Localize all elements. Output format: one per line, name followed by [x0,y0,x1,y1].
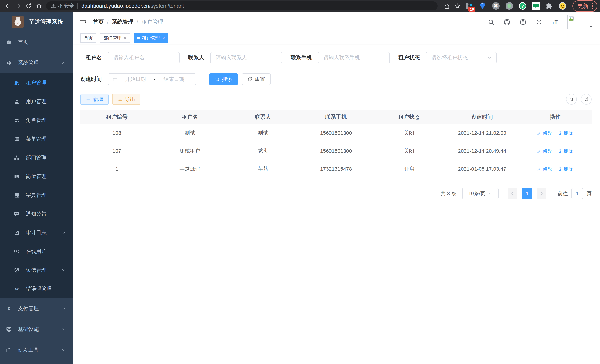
sidebar-item-home[interactable]: 首页 [0,32,73,53]
browser-profile-avatar[interactable] [558,2,567,10]
filter-row-2: 创建时间 开始日期 - 结束日期 搜索 重置 [80,74,592,85]
update-label: 更新 [577,2,589,10]
sidebar-item-infra[interactable]: 基础设施 [0,319,73,340]
extension-green-dot-icon[interactable] [505,2,514,10]
sidebar-item-tenant[interactable]: 租户管理 [0,73,73,92]
tab-label: 部门管理 [103,35,121,41]
sidebar-item-label: 角色管理 [26,117,47,124]
date-range-picker[interactable]: 开始日期 - 结束日期 [108,74,196,85]
sidebar-item-label: 支付管理 [18,305,39,312]
download-icon [117,97,123,102]
edit-link[interactable]: 修改 [537,130,552,136]
status-select[interactable]: 请选择租户状态 [426,52,497,64]
sidebar-item-error-code[interactable]: </>错误码管理 [0,280,73,298]
col-status: 租户状态 [373,113,446,121]
sidebar-item-user[interactable]: 用户管理 [0,92,73,111]
menu-tree-icon [14,136,19,142]
chevron-down-icon [61,327,66,332]
sidebar-item-menu[interactable]: 菜单管理 [0,130,73,148]
page-number-1[interactable]: 1 [522,188,533,199]
browser-back-icon[interactable] [3,1,13,11]
browser-update-button[interactable]: 更新 [572,0,597,12]
help-icon[interactable] [519,19,526,26]
extension-badge: 10 [469,7,475,12]
bookmark-star-icon[interactable] [452,1,462,11]
edit-link[interactable]: 修改 [537,166,552,172]
sidebar-fold-icon[interactable] [79,18,87,26]
chevron-down-icon [61,348,66,353]
toggle-search-button[interactable] [566,94,577,105]
page-size-select[interactable]: 10条/页 [462,188,498,199]
tenant-icon [14,80,19,85]
sidebar-item-audit-log[interactable]: 审计日志 [0,223,73,242]
view-tab-tenant[interactable]: 租户管理× [134,33,169,43]
extension-y-logo-icon[interactable]: y [518,2,527,10]
edit-link[interactable]: 修改 [537,148,552,154]
sidebar-item-dev-tools[interactable]: 研发工具 [0,340,73,361]
toolbox-icon [6,347,12,353]
view-tab-dept[interactable]: 部门管理× [100,33,130,43]
tenant-name-input[interactable] [108,52,180,64]
sidebar-item-notice[interactable]: 通知公告 [0,205,73,223]
goto-label: 前往 [558,190,568,197]
browser-reload-icon[interactable] [23,1,34,11]
fullscreen-icon[interactable] [535,19,543,26]
url-bar[interactable]: 不安全 dashboard.yudao.iocoder.cn/system/te… [46,1,438,10]
goto-page-input[interactable] [572,188,583,199]
export-button[interactable]: 导出 [112,94,141,105]
page-content: 租户名 联系人 联系手机 租户状态 请选择租户状态 [73,44,600,364]
plus-icon [85,97,91,102]
prev-page-button[interactable] [508,188,517,199]
mobile-input[interactable] [318,52,390,64]
breadcrumb-separator: / [137,19,138,25]
extension-balloon-icon[interactable] [478,2,487,10]
user-avatar[interactable] [567,15,582,29]
delete-link[interactable]: 删除 [558,148,573,154]
sidebar-item-label: 字典管理 [26,192,47,199]
extension-command-icon[interactable]: ⌘ [492,2,500,10]
browser-forward-icon[interactable] [13,1,23,11]
next-page-button[interactable] [537,188,546,199]
sidebar-item-system[interactable]: 系统管理 [0,53,73,73]
extension-chat-icon[interactable] [532,2,540,10]
extensions-puzzle-icon[interactable] [545,2,554,10]
extension-grid-diamond-icon[interactable]: 10 [465,2,473,10]
sidebar-item-dict[interactable]: 字典管理 [0,186,73,205]
sidebar-item-online-user[interactable]: 在线用户 [0,242,73,261]
filter-create-time: 创建时间 开始日期 - 结束日期 [80,74,196,85]
font-size-icon[interactable]: TT [551,19,558,26]
cell-mobile: 17321315478 [300,166,373,172]
search-icon[interactable] [488,19,495,26]
tags-view-bar: 首页部门管理×租户管理× [73,32,600,44]
sidebar-item-sms[interactable]: 短信管理 [0,261,73,280]
shield-check-icon [14,267,19,273]
table-toolbar: 新增 导出 [80,94,592,105]
sidebar-item-label: 首页 [18,38,28,46]
view-tab-home[interactable]: 首页 [80,33,96,43]
svg-text:T: T [552,21,554,25]
delete-link[interactable]: 删除 [558,166,573,172]
caret-down-icon[interactable] [589,24,593,30]
search-button[interactable]: 搜索 [209,74,238,85]
refresh-table-button[interactable] [581,94,592,105]
sidebar-item-label: 系统管理 [18,59,39,66]
browser-home-icon[interactable] [34,1,44,11]
contact-input[interactable] [210,52,282,64]
delete-link[interactable]: 删除 [558,130,573,136]
breadcrumb-home[interactable]: 首页 [93,18,104,26]
close-icon[interactable]: × [123,36,127,40]
browser-menu-kebab-icon[interactable] [592,3,593,9]
add-button[interactable]: 新增 [80,94,109,105]
reset-button[interactable]: 重置 [242,74,271,85]
sidebar-item-post[interactable]: 岗位管理 [0,167,73,186]
close-icon[interactable]: × [162,36,165,40]
col-contact: 联系人 [226,113,300,121]
github-icon[interactable] [504,19,511,26]
breadcrumb-system[interactable]: 系统管理 [112,18,133,26]
sidebar-item-pay[interactable]: ¥支付管理 [0,298,73,319]
share-icon[interactable] [442,1,452,11]
sidebar-item-dept[interactable]: 部门管理 [0,148,73,167]
app-logo[interactable]: 芋道管理系统 [0,12,73,32]
cell-id: 108 [80,130,153,136]
sidebar-item-role[interactable]: 角色管理 [0,111,73,130]
